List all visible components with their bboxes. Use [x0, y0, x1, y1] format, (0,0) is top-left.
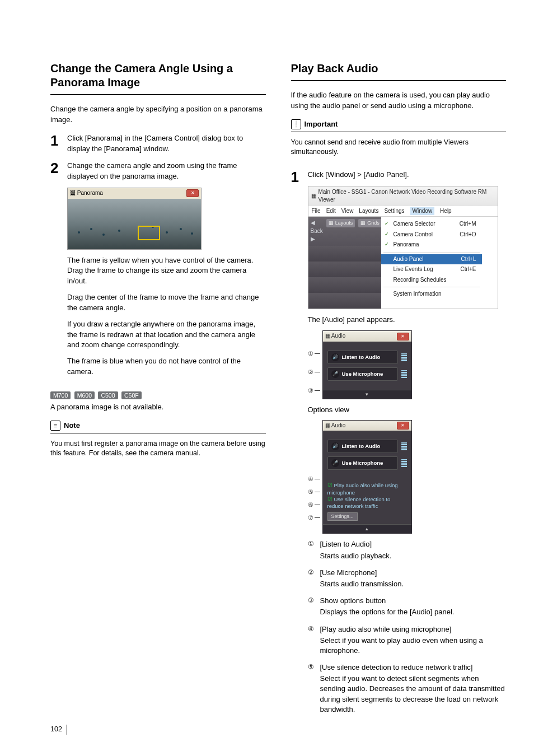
menu-file[interactable]: File	[312, 207, 321, 216]
right-heading: Play Back Audio	[291, 62, 507, 76]
item-label: [Play audio also while using microphone]	[320, 624, 507, 634]
close-icon[interactable]: ✕	[397, 333, 409, 340]
step-2: 2 Change the camera angle and zoom using…	[50, 161, 266, 383]
marker-4: ④	[308, 476, 313, 482]
toolbar: ◀ Back ▶ ▦ Layouts ▦ Grids	[308, 217, 381, 246]
item-desc: Starts audio playback.	[320, 551, 507, 561]
panorama-window: 🖼 Panorama ✕	[67, 188, 266, 250]
option-descriptions: ① [Listen to Audio]Starts audio playback…	[308, 539, 507, 715]
menu-item-panorama[interactable]: ✓Panorama	[381, 240, 482, 250]
divider	[50, 433, 266, 433]
badge-c50f: C50F	[121, 391, 142, 399]
step-1: 1 Click [Panorama] in the [Camera Contro…	[50, 133, 266, 155]
audio-panel-expanded: ▦ Audio ✕ 🔊 Listen to Audio	[322, 420, 412, 534]
para: If you draw a rectangle anywhere on the …	[67, 319, 266, 351]
step-number: 1	[291, 170, 303, 721]
listen-to-audio-button[interactable]: 🔊 Listen to Audio	[327, 351, 398, 364]
panorama-image[interactable]	[68, 199, 201, 249]
step-2-text: Change the camera angle and zoom using t…	[67, 161, 266, 182]
item-desc: Displays the options for the [Audio] pan…	[320, 607, 507, 617]
step-number: 2	[50, 161, 63, 383]
note-callout: ≡ Note	[50, 421, 266, 431]
right-column: Play Back Audio If the audio feature on …	[291, 62, 507, 728]
divider	[50, 94, 266, 95]
option-play-while-mic[interactable]: ☑Play audio also while using microphone	[327, 482, 407, 496]
menu-item-rec-schedules[interactable]: Recording Schedules	[381, 275, 482, 286]
settings-button[interactable]: Settings...	[327, 512, 358, 521]
marker-4: ④	[308, 624, 317, 656]
important-title: Important	[305, 120, 338, 128]
use-microphone-button[interactable]: 🎤 Use Microphone	[327, 456, 398, 470]
marker-3: ③	[308, 596, 317, 617]
window-title: Main Office - SSG1 - Canon Network Video…	[318, 188, 495, 204]
para: Drag the center of the frame to move the…	[67, 292, 266, 314]
step-text: Click [Window] > [Audio Panel].	[308, 170, 507, 180]
important-icon: ❕	[291, 119, 301, 129]
menu-item-camera-control[interactable]: ✓Camera ControlCtrl+O	[381, 230, 482, 240]
divider	[291, 80, 507, 81]
step-body: Click [Panorama] in the [Camera Control]…	[67, 133, 266, 155]
badge-m700: M700	[50, 391, 71, 399]
microphone-icon: 🎤	[331, 459, 339, 467]
app-icon: ▦	[311, 192, 316, 200]
hide-options-button[interactable]: ▴	[323, 524, 411, 533]
audio-options: ☑Play audio also while using microphone …	[323, 479, 411, 524]
volume-slider[interactable]	[401, 442, 407, 450]
marker-2: ②	[308, 369, 313, 375]
item-label: [Use silence detection to reduce network…	[320, 662, 507, 673]
viewer-window: ▦ Main Office - SSG1 - Canon Network Vid…	[308, 186, 498, 309]
options-view-label: Options view	[308, 405, 507, 416]
mic-volume-slider[interactable]	[401, 459, 407, 467]
menu-layouts[interactable]: Layouts	[359, 207, 378, 216]
step-body: Click [Window] > [Audio Panel]. ▦ Main O…	[308, 170, 507, 721]
important-body: You cannot send and receive audio from m…	[291, 138, 507, 157]
page-number: 102	[50, 725, 67, 735]
item-desc: Select if you want to play audio even wh…	[320, 636, 507, 656]
audio-panel-title: ▦ Audio	[325, 422, 346, 430]
option-silence-detection[interactable]: ☑Use silence detection to reduce network…	[327, 496, 407, 510]
back-button[interactable]: ◀ Back ▶	[311, 219, 323, 244]
marker-3: ③	[308, 388, 313, 394]
audio-panel: ▦ Audio ✕ 🔊 Listen to Audio	[322, 330, 412, 399]
audio-panel-expanded-figure: ④ ⑤ ⑥ ⑦ ▦ Audio ✕ 🔊	[308, 420, 507, 534]
item-label: [Listen to Audio]	[320, 539, 507, 549]
marker-2: ②	[308, 568, 317, 589]
menu-item-live-events[interactable]: Live Events LogCtrl+E	[381, 264, 482, 275]
close-icon[interactable]: ✕	[186, 189, 199, 197]
panorama-window-title: 🖼 Panorama	[70, 189, 103, 198]
menu-item-system-info[interactable]: System Information	[381, 289, 482, 300]
important-callout: ❕ Important	[291, 119, 507, 129]
mic-volume-slider[interactable]	[401, 370, 407, 378]
panorama-frame[interactable]	[138, 226, 160, 240]
after-menu-text: The [Audio] panel appears.	[308, 315, 507, 325]
left-column: Change the Camera Angle Using a Panorama…	[50, 62, 266, 728]
menu-edit[interactable]: Edit	[326, 207, 336, 216]
step-number: 1	[50, 133, 63, 155]
item-label: Show options button	[320, 596, 507, 606]
menu-item-camera-selector[interactable]: ✓Camera SelectorCtrl+M	[381, 219, 482, 230]
step-body: Change the camera angle and zoom using t…	[67, 161, 266, 383]
menu-item-audio-panel[interactable]: Audio PanelCtrl+L	[381, 254, 482, 265]
menu-help[interactable]: Help	[440, 207, 452, 216]
menu-bar: File Edit View Layouts Settings Window H…	[308, 206, 498, 217]
show-options-button[interactable]: ▾	[323, 390, 411, 399]
model-badges: M700 M600 C500 C50F	[50, 390, 266, 400]
menu-window[interactable]: Window	[410, 207, 435, 216]
para: The frame is blue when you do not have c…	[67, 356, 266, 377]
layouts-button[interactable]: ▦ Layouts	[326, 219, 355, 227]
speaker-icon: 🔊	[331, 442, 339, 450]
note-body: You must first register a panorama image…	[50, 439, 266, 459]
grids-button[interactable]: ▦ Grids	[358, 219, 382, 227]
marker-5: ⑤	[308, 489, 313, 495]
item-desc: Starts audio transmission.	[320, 579, 507, 589]
para: The frame is yellow when you have contro…	[67, 255, 266, 287]
window-dropdown: ✓Camera SelectorCtrl+M ✓Camera ControlCt…	[381, 217, 482, 309]
close-icon[interactable]: ✕	[397, 422, 409, 430]
listen-to-audio-button[interactable]: 🔊 Listen to Audio	[327, 440, 398, 453]
menu-settings[interactable]: Settings	[384, 207, 404, 216]
menu-view[interactable]: View	[341, 207, 354, 216]
use-microphone-button[interactable]: 🎤 Use Microphone	[327, 367, 398, 381]
volume-slider[interactable]	[401, 353, 407, 361]
marker-5: ⑤	[308, 662, 317, 715]
marker-7: ⑦	[308, 515, 313, 521]
